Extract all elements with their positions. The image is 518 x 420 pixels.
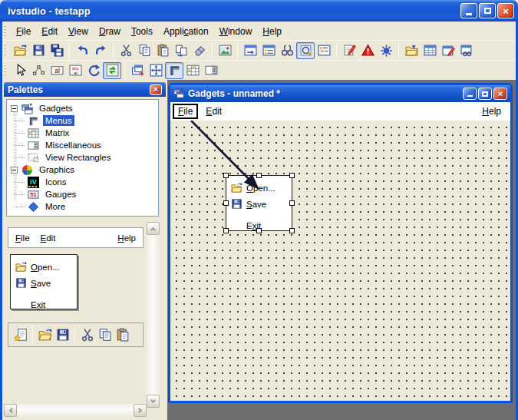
tree-item-more[interactable]: More	[7, 200, 158, 213]
selection-handle-top-left[interactable]	[223, 173, 229, 178]
open-button[interactable]	[11, 42, 29, 59]
palette-item-menubar-sample[interactable]: FileEditHelp	[8, 227, 144, 248]
undo-button[interactable]	[73, 42, 91, 59]
paste-button[interactable]	[153, 42, 172, 59]
debug-bug-button[interactable]	[377, 42, 395, 59]
gadgets-canvas[interactable]: Open...SaveExit	[170, 121, 510, 401]
palette-item-toolbar-sample[interactable]	[8, 322, 144, 347]
palette-horizontal-scrollbar[interactable]	[4, 404, 147, 417]
cut-button[interactable]	[78, 326, 96, 344]
menu-item-save[interactable]: Save	[226, 196, 287, 212]
new-item-button[interactable]	[12, 326, 29, 344]
selection-handle-bottom-left[interactable]	[223, 228, 229, 233]
tree-item-icons[interactable]: IVIcons	[7, 176, 158, 188]
scroll-left-button[interactable]	[4, 404, 17, 417]
save-button[interactable]	[29, 42, 48, 59]
menu-window[interactable]: Window	[214, 25, 258, 38]
eraser-button[interactable]	[190, 42, 209, 59]
copy-button[interactable]	[135, 42, 153, 59]
menubar-gripper[interactable]	[4, 25, 6, 38]
close-button[interactable]: ×	[497, 3, 514, 18]
gadgets-titlebar[interactable]: Gadgets - unnamed * ×	[170, 85, 510, 102]
close-button[interactable]: ×	[493, 88, 507, 100]
window-find-button[interactable]	[457, 42, 476, 59]
menu-view[interactable]: View	[63, 25, 94, 38]
menubar-item-help[interactable]: Help	[477, 104, 508, 118]
menu-gadget-selection[interactable]: Open...SaveExit	[226, 175, 292, 231]
menubar-item-edit[interactable]: Edit	[200, 104, 227, 118]
menu-help[interactable]: Help	[257, 25, 287, 38]
menu-draw[interactable]: Draw	[94, 25, 126, 38]
tree-item-gauges[interactable]: 51Gauges	[7, 188, 158, 200]
label-button[interactable]: al	[48, 62, 66, 79]
scroll-up-button[interactable]	[147, 222, 160, 235]
cascade-new-button[interactable]	[128, 62, 147, 79]
duplicate-button[interactable]	[172, 42, 190, 59]
menu-item-save[interactable]: Save	[11, 275, 77, 291]
menubar-item-help[interactable]: Help	[117, 233, 136, 243]
tree-item-matrix[interactable]: Matrix	[7, 127, 158, 139]
menu-item-open[interactable]: Open...	[226, 180, 287, 196]
menu-corner-button[interactable]	[165, 62, 183, 79]
binoculars-button[interactable]	[278, 42, 296, 59]
menu-application[interactable]: Application	[158, 25, 214, 38]
polyline-button[interactable]	[29, 62, 48, 79]
tree-view-button[interactable]	[315, 42, 333, 59]
palette-vertical-scrollbar[interactable]	[147, 222, 160, 408]
tree-item-menus[interactable]: Menus	[7, 114, 158, 127]
menubar-item-file[interactable]: File	[173, 104, 198, 119]
save-all-button[interactable]	[48, 42, 66, 59]
cut-button[interactable]	[117, 42, 135, 59]
menu-item-exit[interactable]: Exit	[11, 296, 77, 313]
palette-item-popup-menu-sample[interactable]: Open...SaveExit	[10, 254, 78, 309]
scroll-down-button[interactable]	[147, 395, 160, 408]
multiline-label-button[interactable]: abcal	[66, 62, 84, 79]
selection-handle-top-center[interactable]	[256, 173, 262, 178]
toolbar-draw-gripper[interactable]	[4, 64, 6, 77]
minimize-button[interactable]	[460, 3, 477, 18]
open-button[interactable]	[36, 326, 54, 344]
error-warning-button[interactable]	[358, 42, 377, 59]
tree-item-view-rectangles[interactable]: View Rectangles	[7, 151, 158, 164]
window-edit-button[interactable]	[439, 42, 457, 59]
refresh-button[interactable]	[103, 62, 121, 79]
menu-item-open[interactable]: Open...	[11, 259, 77, 275]
selection-handle-middle-right[interactable]	[289, 200, 295, 206]
edit-pencil-button[interactable]	[340, 42, 358, 59]
redo-button[interactable]	[91, 42, 110, 59]
copy-button[interactable]	[96, 326, 114, 344]
menu-edit[interactable]: Edit	[36, 25, 63, 38]
maximize-button[interactable]	[479, 3, 496, 18]
menu-tools[interactable]: Tools	[126, 25, 158, 38]
window-list-button[interactable]	[259, 42, 278, 59]
menubar-item-file[interactable]: File	[15, 233, 30, 243]
palettes-close-button[interactable]: ×	[150, 84, 162, 95]
matrix-table-button[interactable]	[183, 62, 202, 79]
folder-window-button[interactable]	[402, 42, 421, 59]
tree-item-graphics[interactable]: Graphics	[7, 164, 158, 176]
toolbar-standard-gripper[interactable]	[4, 45, 6, 57]
menu-file[interactable]: File	[11, 25, 36, 38]
misc-window-button[interactable]	[202, 62, 220, 79]
menu-gadget[interactable]: Open...SaveExit	[226, 176, 287, 230]
menubar-item-edit[interactable]: Edit	[41, 233, 56, 243]
select-arrow-button[interactable]	[11, 62, 29, 79]
selection-handle-top-right[interactable]	[289, 173, 295, 178]
palettes-titlebar[interactable]: Palettes ×	[4, 82, 166, 97]
scroll-right-button[interactable]	[134, 404, 147, 417]
tree-item-miscellaneous[interactable]: Miscellaneous	[7, 139, 158, 151]
selection-handle-bottom-center[interactable]	[256, 228, 262, 233]
window-grid-button[interactable]	[421, 42, 439, 59]
resize-arrows-button[interactable]	[147, 62, 165, 79]
maximize-button[interactable]	[478, 88, 492, 100]
paste-button[interactable]	[114, 326, 131, 344]
minimize-button[interactable]	[463, 88, 477, 100]
selection-handle-bottom-right[interactable]	[289, 228, 295, 233]
tree-expander-minus-icon[interactable]	[11, 167, 18, 174]
tree-item-gadgets[interactable]: Gadgets	[7, 102, 158, 114]
save-button[interactable]	[54, 326, 71, 344]
rotate-button[interactable]	[84, 62, 103, 79]
picture-button[interactable]	[216, 42, 234, 59]
selection-handle-middle-left[interactable]	[223, 200, 229, 206]
window-preview-button[interactable]	[241, 42, 259, 59]
